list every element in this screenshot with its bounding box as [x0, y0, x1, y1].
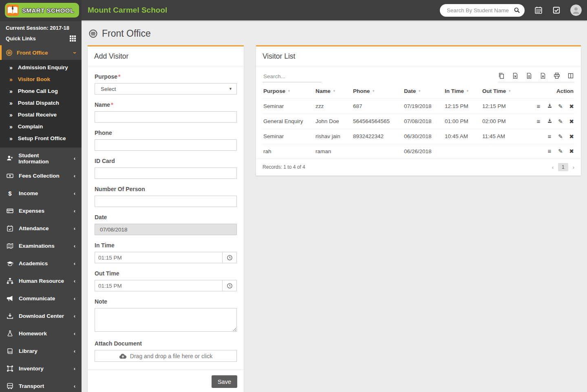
current-session-label: Current Session: 2017-18 [6, 25, 76, 31]
quick-links[interactable]: Quick Links [6, 35, 76, 42]
app-logo[interactable]: SMART SCHOOL [0, 0, 82, 20]
grid-icon[interactable] [70, 35, 76, 42]
csv-export-icon[interactable] [526, 73, 532, 79]
cell-in-time: 10:45 AM [444, 129, 481, 144]
column-header-date[interactable]: Date▼ [403, 83, 444, 99]
cell-date: 07/08/2018 [403, 114, 444, 129]
student-search-input[interactable] [446, 7, 514, 14]
save-button[interactable]: Save [212, 375, 237, 388]
sidebar-item-income[interactable]: $Income‹ [0, 185, 82, 202]
sidebar-menu: Student Information‹Fees Collection‹$Inc… [0, 148, 82, 392]
details-action-icon[interactable]: ≡ [536, 119, 541, 124]
file-dropzone[interactable]: Drag and drop a file here or click [95, 350, 237, 362]
double-arrow-icon: » [9, 65, 13, 70]
note-textarea[interactable] [95, 308, 237, 332]
details-action-icon[interactable]: ≡ [547, 148, 552, 154]
sidebar-item-label: Income [19, 190, 38, 196]
copy-export-icon[interactable] [498, 73, 505, 79]
student-search [440, 4, 525, 17]
page-number[interactable]: 1 [558, 163, 568, 171]
required-asterisk: * [111, 101, 113, 108]
sidebar-item-expenses[interactable]: Expenses‹ [0, 202, 82, 220]
sidebar-item-communicate[interactable]: Communicate‹ [0, 290, 82, 307]
sidebar-subitem-admission-enquiry[interactable]: »Admission Enquiry [0, 62, 82, 73]
number-of-person-input[interactable] [95, 196, 237, 207]
attach-document-label: Attach Document [95, 340, 237, 347]
sort-caret-icon: ▼ [287, 89, 291, 93]
sidebar-subitem-setup-front-office[interactable]: »Setup Front Office [0, 132, 82, 144]
sidebar-subitem-phone-call-log[interactable]: »Phone Call Log [0, 85, 82, 97]
prev-page-icon[interactable]: ‹ [552, 164, 554, 170]
pagination: ‹ 1 › [552, 163, 574, 171]
in-time-input[interactable] [95, 252, 222, 263]
search-icon[interactable] [514, 7, 520, 13]
out-time-clock-icon[interactable] [222, 280, 237, 291]
chevron-left-icon: ‹ [74, 348, 75, 354]
column-header-in-time[interactable]: In Time▼ [444, 83, 481, 99]
delete-action-icon[interactable]: ✖ [569, 134, 574, 139]
delete-action-icon[interactable]: ✖ [569, 104, 574, 109]
sidebar-subitem-postal-dispatch[interactable]: »Postal Dispatch [0, 97, 82, 109]
sidebar-item-library[interactable]: Library‹ [0, 342, 82, 360]
pdf-export-icon[interactable] [540, 73, 546, 79]
id-card-input[interactable] [95, 167, 237, 179]
sidebar-subitem-complain[interactable]: »Complain [0, 121, 82, 132]
sidebar-item-fees-collection[interactable]: Fees Collection‹ [0, 167, 82, 185]
sidebar-item-download-center[interactable]: Download Center‹ [0, 307, 82, 325]
phone-input[interactable] [95, 139, 237, 151]
user-avatar[interactable] [570, 4, 582, 16]
table-search-input[interactable] [263, 72, 322, 82]
out-time-input[interactable] [95, 280, 222, 291]
sidebar-item-label: Transport [19, 383, 44, 389]
column-header-name[interactable]: Name▼ [315, 83, 352, 99]
details-action-icon[interactable]: ≡ [536, 103, 541, 109]
print-export-icon[interactable] [554, 73, 560, 79]
cell-date: 06/30/2018 [403, 129, 444, 144]
sidebar-item-human-resource[interactable]: Human Resource‹ [0, 272, 82, 290]
sidebar-item-attendance[interactable]: Attendance‹ [0, 220, 82, 237]
cell-name: John Doe [315, 114, 352, 129]
logo-text: SMART SCHOOL [22, 7, 74, 14]
cell-purpose: rah [263, 144, 315, 159]
calendar-icon[interactable] [534, 6, 543, 14]
sidebar-item-student-information[interactable]: Student Information‹ [0, 150, 82, 167]
in-time-clock-icon[interactable] [222, 252, 237, 263]
column-header-purpose[interactable]: Purpose▼ [263, 83, 315, 99]
id-card-label: ID Card [95, 158, 237, 164]
cell-phone [352, 144, 403, 159]
columns-export-icon[interactable] [567, 73, 574, 79]
sidebar-item-homework[interactable]: Homework‹ [0, 325, 82, 342]
edit-action-icon[interactable]: ✎ [558, 148, 563, 154]
sidebar-item-front-office[interactable]: Front Office › [0, 45, 82, 60]
edit-action-icon[interactable]: ✎ [558, 134, 563, 139]
sidebar-subitem-postal-receive[interactable]: »Postal Receive [0, 109, 82, 121]
next-page-icon[interactable]: › [573, 164, 574, 170]
sidebar-item-academics[interactable]: Academics‹ [0, 255, 82, 272]
sidebar-item-label: Library [19, 348, 38, 354]
delete-action-icon[interactable]: ✖ [569, 119, 574, 124]
excel-export-icon[interactable] [512, 73, 519, 79]
sidebar-subitem-visitor-book[interactable]: »Visitor Book [0, 73, 82, 85]
purpose-selected-value: Select [101, 86, 116, 92]
column-header-phone[interactable]: Phone▼ [352, 83, 403, 99]
cell-phone: 687 [352, 99, 403, 114]
edit-action-icon[interactable]: ✎ [558, 119, 563, 124]
download-action-icon[interactable] [547, 103, 552, 108]
column-header-out-time[interactable]: Out Time▼ [481, 83, 526, 99]
calendar-check-icon [7, 225, 13, 232]
details-action-icon[interactable]: ≡ [547, 133, 552, 139]
delete-action-icon[interactable]: ✖ [569, 148, 574, 154]
front-office-icon [6, 49, 13, 56]
chevron-left-icon: ‹ [74, 313, 75, 319]
cell-out-time [481, 144, 526, 159]
name-input[interactable] [95, 111, 237, 123]
quick-links-label: Quick Links [6, 35, 36, 42]
purpose-select[interactable]: Select ▼ [95, 83, 237, 95]
chevron-left-icon: ‹ [74, 155, 75, 161]
download-action-icon[interactable] [547, 118, 552, 124]
sidebar-item-transport[interactable]: Transport‹ [0, 377, 82, 392]
tasks-icon[interactable] [552, 6, 561, 14]
sidebar-item-examinations[interactable]: Examinations‹ [0, 237, 82, 255]
edit-action-icon[interactable]: ✎ [558, 104, 563, 109]
sidebar-item-inventory[interactable]: Inventory‹ [0, 360, 82, 377]
